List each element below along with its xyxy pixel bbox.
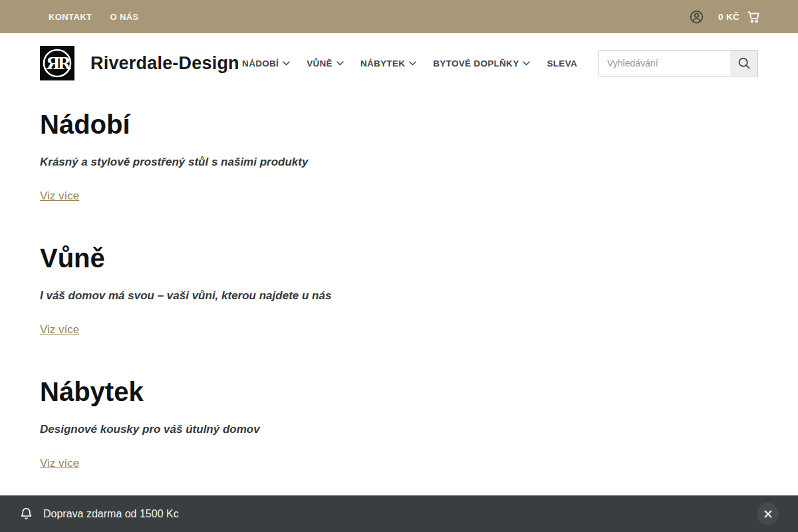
notification-bar: Doprava zdarma od 1500 Kc — [0, 495, 798, 532]
main-nav: NÁDOBÍ VŮNĚ NÁBYTEK BYTOVÉ DOPLŇKY SLEVA — [242, 59, 577, 68]
close-icon — [764, 510, 772, 518]
section-nabytek: Nábytek Designové kousky pro váš útulný … — [40, 378, 758, 470]
site-title[interactable]: Riverdale-Design — [90, 53, 239, 74]
topbar-link-kontakt[interactable]: KONTAKT — [49, 12, 92, 22]
search-input[interactable] — [598, 50, 730, 76]
topbar-right: 0 KČ — [689, 9, 761, 25]
notification-message: Doprava zdarma od 1500 Kc — [43, 508, 179, 520]
section-subtitle: I váš domov má svou – vaši vůni, kterou … — [40, 289, 758, 303]
close-button[interactable] — [757, 503, 779, 525]
section-nadobi: Nádobí Krásný a stylově prostřený stůl s… — [40, 110, 758, 203]
chevron-down-icon — [523, 61, 530, 66]
cart-total: 0 KČ — [718, 12, 739, 22]
section-title: Vůně — [40, 244, 758, 272]
bell-icon — [19, 507, 33, 521]
section-title: Nádobí — [40, 110, 758, 138]
search-icon — [737, 57, 751, 70]
viz-vice-link[interactable]: Viz více — [40, 457, 79, 470]
chevron-down-icon — [336, 61, 344, 66]
nav-label: SLEVA — [547, 59, 577, 68]
nav-item-vune[interactable]: VŮNĚ — [307, 59, 344, 68]
nav-label: BYTOVÉ DOPLŇKY — [433, 59, 519, 68]
nav-label: NÁBYTEK — [360, 59, 405, 68]
chevron-down-icon — [283, 61, 290, 66]
section-subtitle: Designové kousky pro váš útulný domov — [40, 423, 758, 436]
topbar-nav: KONTAKT O NÁS — [49, 12, 139, 22]
nav-item-bytove-doplnky[interactable]: BYTOVÉ DOPLŇKY — [433, 59, 530, 68]
section-title: Nábytek — [40, 378, 758, 406]
section-subtitle: Krásný a stylově prostřený stůl s našimi… — [40, 156, 758, 169]
cart-link[interactable]: 0 KČ — [718, 9, 761, 24]
nav-item-nadobi[interactable]: NÁDOBÍ — [242, 59, 290, 68]
topbar: KONTAKT O NÁS 0 KČ — [0, 0, 798, 33]
topbar-link-o-nas[interactable]: O NÁS — [110, 12, 138, 22]
nav-item-sleva[interactable]: SLEVA — [547, 59, 577, 68]
main-content: Nádobí Krásný a stylově prostřený stůl s… — [0, 93, 798, 470]
account-circle-icon[interactable] — [689, 9, 704, 25]
chevron-down-icon — [409, 61, 416, 66]
search-button[interactable] — [730, 50, 758, 76]
logo-monogram: ЯR — [46, 54, 71, 73]
nav-label: VŮNĚ — [307, 59, 332, 68]
nav-item-nabytek[interactable]: NÁBYTEK — [360, 59, 416, 68]
search-box — [598, 50, 758, 76]
cart-icon — [746, 9, 761, 24]
section-vune: Vůně I váš domov má svou – vaši vůni, kt… — [40, 244, 758, 336]
viz-vice-link[interactable]: Viz více — [40, 323, 79, 336]
site-logo[interactable]: ЯR — [40, 46, 74, 80]
nav-label: NÁDOBÍ — [242, 59, 279, 68]
site-header: ЯR Riverdale-Design NÁDOBÍ VŮNĚ NÁBYTEK … — [0, 33, 798, 93]
viz-vice-link[interactable]: Viz více — [40, 190, 79, 203]
